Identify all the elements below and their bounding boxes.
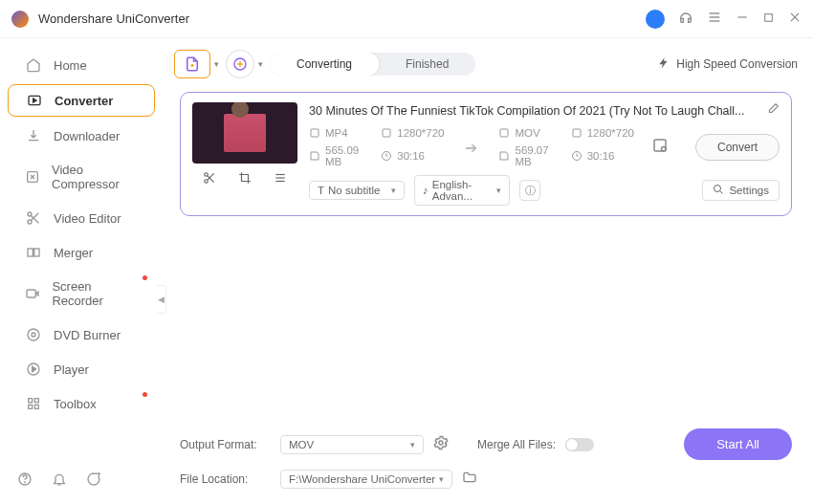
svg-point-26 — [205, 173, 209, 177]
sidebar-item-label: Video Editor — [54, 211, 121, 226]
rename-icon[interactable] — [766, 102, 780, 120]
download-icon — [25, 128, 42, 143]
sidebar-item-downloader[interactable]: Downloader — [8, 121, 155, 151]
audio-select[interactable]: ♪ English-Advan... ▾ — [414, 175, 510, 206]
effects-icon[interactable] — [274, 171, 287, 188]
chevron-down-icon: ▾ — [439, 474, 444, 484]
converter-icon — [26, 93, 43, 108]
video-thumbnail[interactable] — [192, 102, 297, 164]
minimize-icon[interactable] — [736, 11, 749, 28]
sidebar-collapse-handle[interactable]: ◀ — [157, 285, 166, 314]
sidebar-item-converter[interactable]: Converter — [8, 84, 155, 117]
sidebar-item-label: Merger — [54, 246, 93, 260]
record-icon — [25, 286, 40, 301]
audio-icon: ♪ — [423, 185, 428, 196]
svg-rect-34 — [383, 129, 390, 137]
sidebar-item-home[interactable]: Home — [8, 50, 155, 80]
svg-rect-21 — [29, 405, 33, 408]
svg-point-41 — [714, 186, 721, 192]
svg-rect-4 — [765, 13, 773, 21]
maximize-icon[interactable] — [762, 11, 775, 28]
sidebar-item-label: Toolbox — [54, 397, 97, 411]
notification-dot — [143, 392, 147, 397]
file-title: 30 Minutes Of The Funniest TikTok Compil… — [309, 104, 758, 118]
subtitle-select[interactable]: T No subtitle ▾ — [309, 181, 405, 200]
app-logo — [11, 11, 29, 28]
tabs: Converting Finished — [270, 53, 475, 76]
sidebar-item-label: DVD Burner — [54, 328, 121, 342]
sidebar-item-recorder[interactable]: Screen Recorder — [8, 272, 155, 316]
scissors-icon — [25, 210, 42, 226]
svg-point-10 — [28, 220, 32, 224]
sidebar-item-player[interactable]: Player — [8, 354, 155, 384]
svg-rect-37 — [573, 129, 581, 137]
sidebar-item-compressor[interactable]: Video Compressor — [8, 155, 155, 199]
high-speed-toggle[interactable]: High Speed Conversion — [657, 56, 798, 73]
sidebar: Home Converter Downloader Video Compress… — [0, 38, 163, 504]
svg-point-27 — [205, 180, 209, 184]
app-title: Wondershare UniConverter — [38, 11, 646, 26]
sidebar-item-label: Converter — [55, 94, 113, 108]
user-avatar[interactable] — [646, 10, 665, 29]
file-location-select[interactable]: F:\Wondershare UniConverter ▾ — [280, 470, 452, 489]
svg-point-17 — [32, 333, 35, 337]
svg-rect-15 — [27, 290, 35, 297]
svg-rect-19 — [29, 399, 33, 403]
output-format-label: Output Format: — [180, 438, 271, 451]
output-settings-icon[interactable] — [651, 137, 669, 158]
bolt-icon — [657, 56, 670, 73]
close-icon[interactable] — [788, 11, 802, 28]
crop-icon[interactable] — [238, 171, 252, 188]
high-speed-label: High Speed Conversion — [676, 57, 798, 71]
trim-icon[interactable] — [203, 171, 216, 188]
headset-icon[interactable] — [678, 10, 693, 29]
home-icon — [25, 57, 42, 73]
open-folder-icon[interactable] — [462, 470, 477, 489]
format-settings-icon[interactable] — [433, 435, 449, 454]
svg-point-43 — [439, 441, 443, 445]
compress-icon — [25, 169, 40, 185]
chevron-down-icon: ▾ — [496, 186, 501, 195]
sidebar-item-label: Video Compressor — [52, 163, 138, 191]
merge-icon — [25, 245, 42, 260]
help-icon[interactable] — [17, 471, 33, 491]
content-area: ◀ ▾ ▾ Converting Finished High Speed Con… — [163, 38, 813, 504]
chevron-down-icon: ▾ — [258, 59, 263, 69]
arrow-icon: ➔ — [461, 139, 481, 157]
bell-icon[interactable] — [52, 471, 67, 491]
subtitle-icon: T — [318, 185, 324, 196]
svg-point-40 — [661, 147, 666, 152]
add-file-button[interactable]: ▾ — [174, 50, 210, 78]
svg-rect-20 — [34, 399, 38, 403]
title-bar: Wondershare UniConverter — [0, 0, 813, 38]
add-more-button[interactable]: ▾ — [226, 50, 254, 78]
disc-icon — [25, 327, 42, 342]
merge-label: Merge All Files: — [477, 438, 556, 451]
merge-toggle[interactable] — [565, 438, 594, 451]
output-format-select[interactable]: MOV ▾ — [280, 435, 424, 454]
grid-icon — [25, 396, 42, 411]
sidebar-item-dvd[interactable]: DVD Burner — [8, 319, 155, 350]
svg-point-24 — [25, 482, 26, 483]
sidebar-item-merger[interactable]: Merger — [8, 237, 155, 268]
file-location-label: File Location: — [180, 472, 271, 486]
settings-button[interactable]: Settings — [702, 180, 780, 201]
input-properties: MP4 1280*720 565.09 MB 30:16 — [309, 127, 444, 167]
file-card: 30 Minutes Of The Funniest TikTok Compil… — [180, 92, 792, 216]
menu-icon[interactable] — [707, 10, 722, 29]
info-icon[interactable]: ⓘ — [519, 180, 540, 201]
tab-finished[interactable]: Finished — [379, 53, 475, 76]
sidebar-item-label: Downloader — [54, 129, 120, 143]
magnify-icon — [713, 184, 724, 197]
sidebar-item-toolbox[interactable]: Toolbox — [8, 388, 155, 419]
chevron-down-icon: ▾ — [214, 59, 219, 69]
svg-rect-13 — [28, 249, 33, 256]
convert-button[interactable]: Convert — [695, 134, 780, 161]
tab-converting[interactable]: Converting — [270, 53, 379, 76]
chevron-down-icon: ▾ — [410, 440, 415, 449]
start-all-button[interactable]: Start All — [684, 428, 792, 460]
svg-rect-22 — [34, 405, 38, 408]
output-properties: MOV 1280*720 569.07 MB 30:16 — [498, 127, 633, 167]
feedback-icon[interactable] — [86, 471, 101, 491]
sidebar-item-editor[interactable]: Video Editor — [8, 203, 155, 233]
